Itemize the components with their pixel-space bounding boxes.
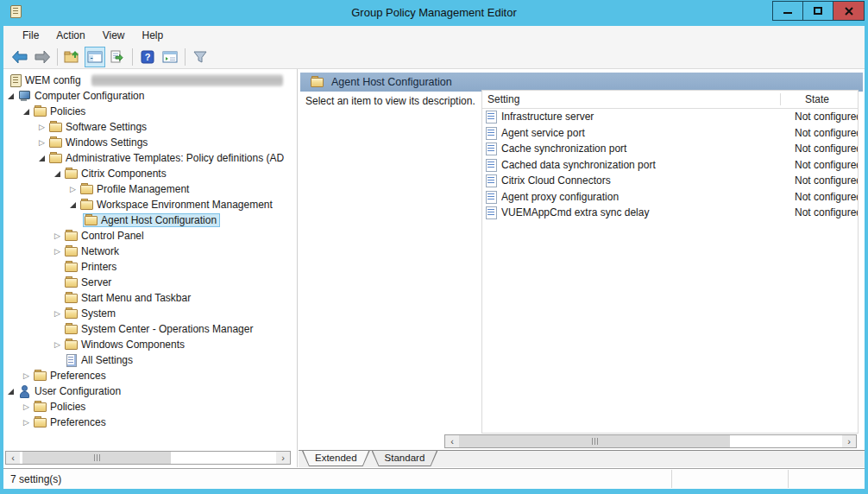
setting-row-cache-synchronization-port[interactable]: Cache synchronization port Not configure…: [482, 141, 858, 157]
policy-setting-icon: [486, 159, 497, 171]
tree-item-wem-config[interactable]: WEM config: [3, 73, 296, 88]
chevron-collapsed-icon[interactable]: [21, 418, 32, 427]
up-one-level-icon: [64, 50, 81, 64]
chevron-collapsed-icon[interactable]: [36, 138, 47, 147]
scroll-right-icon[interactable]: [276, 452, 290, 464]
tree-item-windows-settings[interactable]: Windows Settings: [3, 135, 296, 150]
tree-item-administrative-templates[interactable]: Administrative Templates: Policy definit…: [3, 150, 296, 166]
tree-item-computer-configuration[interactable]: Computer Configuration: [3, 88, 296, 104]
folder-icon: [34, 370, 47, 382]
folder-icon: [34, 401, 47, 413]
setting-row-infrastructure-server[interactable]: Infrastructure server Not configured: [482, 109, 858, 125]
tree-horizontal-scrollbar[interactable]: [5, 451, 291, 465]
up-one-level-button[interactable]: [62, 47, 83, 67]
setting-row-agent-proxy-configuration[interactable]: Agent proxy configuration Not configured: [482, 189, 858, 206]
chevron-expanded-icon[interactable]: [36, 155, 47, 162]
scrollbar-thumb[interactable]: [459, 435, 730, 447]
column-header-state[interactable]: State: [781, 93, 829, 105]
tree-item-agent-host-configuration[interactable]: Agent Host Configuration: [3, 212, 296, 228]
chevron-collapsed-icon[interactable]: [52, 309, 63, 318]
folder-icon: [34, 105, 47, 117]
pane-splitter[interactable]: [297, 69, 298, 467]
folder-icon: [49, 152, 63, 164]
export-list-icon: [110, 50, 125, 64]
tab-standard[interactable]: Standard: [372, 451, 438, 466]
tree-item-network[interactable]: Network: [3, 244, 296, 259]
setting-state: Not configured: [786, 206, 859, 218]
policy-setting-icon: [486, 127, 497, 139]
tree-item-system-center-operations-manager[interactable]: System Center - Operations Manager: [3, 321, 296, 337]
chevron-collapsed-icon[interactable]: [36, 123, 47, 131]
status-separator: [671, 470, 672, 488]
filter-icon: [192, 50, 208, 64]
chevron-expanded-icon[interactable]: [5, 93, 16, 99]
window-title: Group Policy Management Editor: [0, 6, 868, 19]
tree-item-profile-management[interactable]: Profile Management: [3, 181, 296, 197]
user-icon: [18, 385, 32, 397]
tree-item-printers[interactable]: Printers: [3, 259, 296, 275]
computer-icon: [18, 90, 32, 102]
chevron-collapsed-icon[interactable]: [52, 247, 63, 256]
results-pane-header: Agent Host Configuration: [300, 73, 863, 92]
menu-help[interactable]: Help: [134, 28, 173, 43]
console-content: WEM config Computer Configuration Polici…: [3, 69, 865, 468]
tree-item-citrix-components[interactable]: Citrix Components: [3, 166, 296, 181]
scroll-left-icon[interactable]: [445, 435, 459, 447]
tree-item-workspace-environment-management[interactable]: Workspace Environment Management: [3, 197, 296, 212]
folder-icon: [49, 136, 63, 149]
setting-state: Not configured: [786, 127, 859, 139]
tab-extended[interactable]: Extended: [302, 451, 370, 466]
title-bar[interactable]: Group Policy Management Editor: [0, 0, 868, 26]
minimize-button[interactable]: [772, 1, 803, 21]
chevron-expanded-icon[interactable]: [52, 171, 63, 177]
tree-item-server[interactable]: Server: [3, 275, 296, 290]
tree-item-control-panel[interactable]: Control Panel: [3, 228, 296, 244]
setting-row-cached-data-synchronization-port[interactable]: Cached data synchronization port Not con…: [482, 157, 858, 174]
column-header-setting[interactable]: Setting: [482, 93, 781, 105]
tree-item-user-configuration[interactable]: User Configuration: [3, 383, 296, 399]
close-button[interactable]: [833, 1, 865, 21]
chevron-expanded-icon[interactable]: [21, 109, 32, 115]
policy-setting-icon: [486, 111, 497, 123]
scrollbar-track[interactable]: [20, 452, 276, 464]
chevron-collapsed-icon[interactable]: [52, 340, 63, 349]
tree-item-policies-user[interactable]: Policies: [3, 399, 296, 415]
tree-item-start-menu-and-taskbar[interactable]: Start Menu and Taskbar: [3, 290, 296, 306]
forward-button[interactable]: [32, 47, 53, 67]
scroll-right-icon[interactable]: [842, 435, 856, 447]
show-console-tree-button[interactable]: [85, 47, 105, 67]
scrollbar-thumb[interactable]: [22, 452, 171, 464]
tree-item-all-settings[interactable]: All Settings: [3, 352, 296, 368]
setting-row-agent-service-port[interactable]: Agent service port Not configured: [482, 125, 858, 142]
status-separator: [788, 470, 789, 488]
chevron-expanded-icon[interactable]: [67, 202, 79, 208]
back-button[interactable]: [9, 47, 30, 67]
list-horizontal-scrollbar[interactable]: [444, 434, 857, 448]
status-text: 7 setting(s): [10, 473, 61, 485]
folder-icon: [65, 323, 79, 335]
chevron-collapsed-icon[interactable]: [21, 371, 32, 380]
tree-item-windows-components[interactable]: Windows Components: [3, 337, 296, 352]
menu-file[interactable]: File: [14, 28, 47, 43]
action-pane-button[interactable]: [160, 47, 180, 67]
export-list-button[interactable]: [107, 47, 128, 67]
setting-row-vuemappcmd-extra-sync-delay[interactable]: VUEMAppCmd extra sync delay Not configur…: [482, 205, 858, 221]
filter-button[interactable]: [190, 47, 211, 67]
tree-item-software-settings[interactable]: Software Settings: [3, 119, 296, 135]
tree-item-system[interactable]: System: [3, 306, 296, 321]
menu-view[interactable]: View: [94, 28, 134, 43]
help-button[interactable]: ?: [137, 47, 158, 67]
chevron-collapsed-icon[interactable]: [67, 185, 79, 193]
tree-item-policies[interactable]: Policies: [3, 104, 296, 119]
back-icon: [11, 50, 28, 64]
chevron-collapsed-icon[interactable]: [52, 231, 63, 240]
tree-item-preferences-user[interactable]: Preferences: [3, 415, 296, 430]
menu-action[interactable]: Action: [47, 28, 93, 43]
tree-item-preferences-computer[interactable]: Preferences: [3, 368, 296, 383]
chevron-collapsed-icon[interactable]: [21, 402, 32, 411]
scroll-left-icon[interactable]: [6, 452, 20, 464]
maximize-button[interactable]: [802, 1, 833, 21]
setting-row-citrix-cloud-connectors[interactable]: Citrix Cloud Connectors Not configured: [482, 173, 858, 189]
scrollbar-track[interactable]: [459, 435, 842, 447]
chevron-expanded-icon[interactable]: [5, 389, 16, 395]
